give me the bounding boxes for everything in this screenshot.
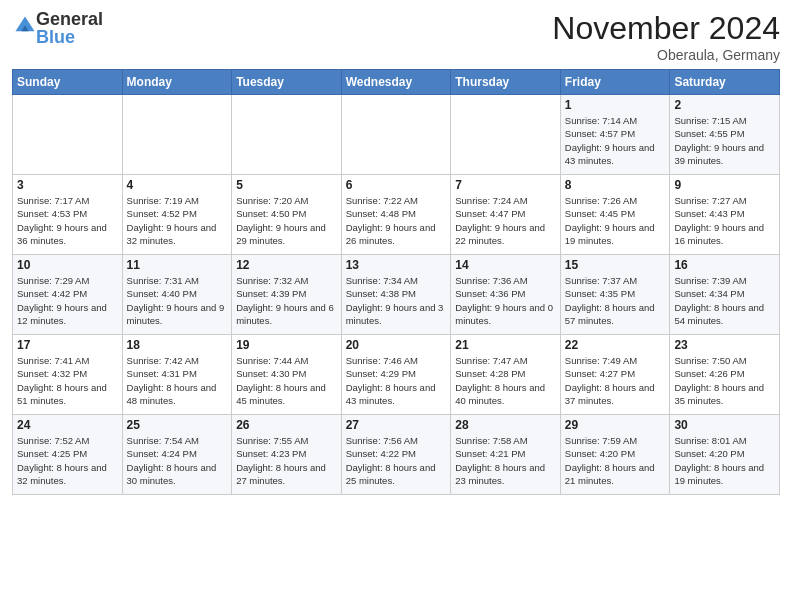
week-row-4: 17Sunrise: 7:41 AM Sunset: 4:32 PM Dayli…: [13, 335, 780, 415]
day-cell: 9Sunrise: 7:27 AM Sunset: 4:43 PM Daylig…: [670, 175, 780, 255]
day-info: Sunrise: 7:55 AM Sunset: 4:23 PM Dayligh…: [236, 434, 337, 487]
header-cell-thursday: Thursday: [451, 70, 561, 95]
day-cell: 15Sunrise: 7:37 AM Sunset: 4:35 PM Dayli…: [560, 255, 670, 335]
title-block: November 2024 Oberaula, Germany: [552, 10, 780, 63]
day-info: Sunrise: 7:44 AM Sunset: 4:30 PM Dayligh…: [236, 354, 337, 407]
day-cell: [341, 95, 451, 175]
day-cell: 18Sunrise: 7:42 AM Sunset: 4:31 PM Dayli…: [122, 335, 232, 415]
day-cell: 17Sunrise: 7:41 AM Sunset: 4:32 PM Dayli…: [13, 335, 123, 415]
day-cell: [122, 95, 232, 175]
calendar-table: SundayMondayTuesdayWednesdayThursdayFrid…: [12, 69, 780, 495]
day-cell: 4Sunrise: 7:19 AM Sunset: 4:52 PM Daylig…: [122, 175, 232, 255]
page-header: General Blue November 2024 Oberaula, Ger…: [12, 10, 780, 63]
day-number: 8: [565, 178, 666, 192]
logo-blue: Blue: [36, 28, 103, 46]
day-info: Sunrise: 7:37 AM Sunset: 4:35 PM Dayligh…: [565, 274, 666, 327]
day-number: 3: [17, 178, 118, 192]
day-info: Sunrise: 7:46 AM Sunset: 4:29 PM Dayligh…: [346, 354, 447, 407]
day-info: Sunrise: 7:17 AM Sunset: 4:53 PM Dayligh…: [17, 194, 118, 247]
day-number: 25: [127, 418, 228, 432]
day-number: 1: [565, 98, 666, 112]
day-number: 21: [455, 338, 556, 352]
day-cell: 2Sunrise: 7:15 AM Sunset: 4:55 PM Daylig…: [670, 95, 780, 175]
day-cell: 7Sunrise: 7:24 AM Sunset: 4:47 PM Daylig…: [451, 175, 561, 255]
day-number: 24: [17, 418, 118, 432]
day-cell: 13Sunrise: 7:34 AM Sunset: 4:38 PM Dayli…: [341, 255, 451, 335]
day-info: Sunrise: 7:50 AM Sunset: 4:26 PM Dayligh…: [674, 354, 775, 407]
header-cell-tuesday: Tuesday: [232, 70, 342, 95]
day-cell: 28Sunrise: 7:58 AM Sunset: 4:21 PM Dayli…: [451, 415, 561, 495]
day-cell: 16Sunrise: 7:39 AM Sunset: 4:34 PM Dayli…: [670, 255, 780, 335]
month-title: November 2024: [552, 10, 780, 47]
day-cell: [451, 95, 561, 175]
calendar-header: SundayMondayTuesdayWednesdayThursdayFrid…: [13, 70, 780, 95]
day-number: 12: [236, 258, 337, 272]
logo-text: General Blue: [36, 10, 103, 46]
day-number: 7: [455, 178, 556, 192]
day-cell: 12Sunrise: 7:32 AM Sunset: 4:39 PM Dayli…: [232, 255, 342, 335]
day-info: Sunrise: 8:01 AM Sunset: 4:20 PM Dayligh…: [674, 434, 775, 487]
week-row-2: 3Sunrise: 7:17 AM Sunset: 4:53 PM Daylig…: [13, 175, 780, 255]
day-cell: 14Sunrise: 7:36 AM Sunset: 4:36 PM Dayli…: [451, 255, 561, 335]
day-cell: [13, 95, 123, 175]
day-number: 16: [674, 258, 775, 272]
day-cell: 20Sunrise: 7:46 AM Sunset: 4:29 PM Dayli…: [341, 335, 451, 415]
day-info: Sunrise: 7:56 AM Sunset: 4:22 PM Dayligh…: [346, 434, 447, 487]
day-info: Sunrise: 7:54 AM Sunset: 4:24 PM Dayligh…: [127, 434, 228, 487]
day-number: 28: [455, 418, 556, 432]
logo-icon: [14, 15, 36, 37]
day-cell: 21Sunrise: 7:47 AM Sunset: 4:28 PM Dayli…: [451, 335, 561, 415]
day-info: Sunrise: 7:47 AM Sunset: 4:28 PM Dayligh…: [455, 354, 556, 407]
header-cell-monday: Monday: [122, 70, 232, 95]
day-info: Sunrise: 7:14 AM Sunset: 4:57 PM Dayligh…: [565, 114, 666, 167]
day-cell: 30Sunrise: 8:01 AM Sunset: 4:20 PM Dayli…: [670, 415, 780, 495]
day-info: Sunrise: 7:31 AM Sunset: 4:40 PM Dayligh…: [127, 274, 228, 327]
day-info: Sunrise: 7:39 AM Sunset: 4:34 PM Dayligh…: [674, 274, 775, 327]
day-cell: 8Sunrise: 7:26 AM Sunset: 4:45 PM Daylig…: [560, 175, 670, 255]
header-cell-sunday: Sunday: [13, 70, 123, 95]
header-row: SundayMondayTuesdayWednesdayThursdayFrid…: [13, 70, 780, 95]
day-info: Sunrise: 7:27 AM Sunset: 4:43 PM Dayligh…: [674, 194, 775, 247]
day-cell: 25Sunrise: 7:54 AM Sunset: 4:24 PM Dayli…: [122, 415, 232, 495]
day-number: 19: [236, 338, 337, 352]
day-info: Sunrise: 7:20 AM Sunset: 4:50 PM Dayligh…: [236, 194, 337, 247]
day-number: 15: [565, 258, 666, 272]
day-number: 22: [565, 338, 666, 352]
day-cell: 26Sunrise: 7:55 AM Sunset: 4:23 PM Dayli…: [232, 415, 342, 495]
day-cell: [232, 95, 342, 175]
day-cell: 10Sunrise: 7:29 AM Sunset: 4:42 PM Dayli…: [13, 255, 123, 335]
day-info: Sunrise: 7:26 AM Sunset: 4:45 PM Dayligh…: [565, 194, 666, 247]
page-container: General Blue November 2024 Oberaula, Ger…: [0, 0, 792, 501]
day-info: Sunrise: 7:24 AM Sunset: 4:47 PM Dayligh…: [455, 194, 556, 247]
day-cell: 22Sunrise: 7:49 AM Sunset: 4:27 PM Dayli…: [560, 335, 670, 415]
day-number: 17: [17, 338, 118, 352]
day-cell: 29Sunrise: 7:59 AM Sunset: 4:20 PM Dayli…: [560, 415, 670, 495]
day-number: 10: [17, 258, 118, 272]
location: Oberaula, Germany: [552, 47, 780, 63]
day-cell: 1Sunrise: 7:14 AM Sunset: 4:57 PM Daylig…: [560, 95, 670, 175]
day-cell: 19Sunrise: 7:44 AM Sunset: 4:30 PM Dayli…: [232, 335, 342, 415]
day-info: Sunrise: 7:29 AM Sunset: 4:42 PM Dayligh…: [17, 274, 118, 327]
day-cell: 23Sunrise: 7:50 AM Sunset: 4:26 PM Dayli…: [670, 335, 780, 415]
day-number: 11: [127, 258, 228, 272]
logo: General Blue: [12, 10, 103, 46]
week-row-5: 24Sunrise: 7:52 AM Sunset: 4:25 PM Dayli…: [13, 415, 780, 495]
day-number: 27: [346, 418, 447, 432]
day-info: Sunrise: 7:42 AM Sunset: 4:31 PM Dayligh…: [127, 354, 228, 407]
day-number: 4: [127, 178, 228, 192]
week-row-1: 1Sunrise: 7:14 AM Sunset: 4:57 PM Daylig…: [13, 95, 780, 175]
calendar-body: 1Sunrise: 7:14 AM Sunset: 4:57 PM Daylig…: [13, 95, 780, 495]
day-number: 29: [565, 418, 666, 432]
day-info: Sunrise: 7:19 AM Sunset: 4:52 PM Dayligh…: [127, 194, 228, 247]
week-row-3: 10Sunrise: 7:29 AM Sunset: 4:42 PM Dayli…: [13, 255, 780, 335]
day-cell: 3Sunrise: 7:17 AM Sunset: 4:53 PM Daylig…: [13, 175, 123, 255]
day-cell: 11Sunrise: 7:31 AM Sunset: 4:40 PM Dayli…: [122, 255, 232, 335]
day-number: 9: [674, 178, 775, 192]
logo-general: General: [36, 10, 103, 28]
day-info: Sunrise: 7:22 AM Sunset: 4:48 PM Dayligh…: [346, 194, 447, 247]
day-number: 18: [127, 338, 228, 352]
day-cell: 5Sunrise: 7:20 AM Sunset: 4:50 PM Daylig…: [232, 175, 342, 255]
day-info: Sunrise: 7:15 AM Sunset: 4:55 PM Dayligh…: [674, 114, 775, 167]
day-number: 13: [346, 258, 447, 272]
header-cell-friday: Friday: [560, 70, 670, 95]
